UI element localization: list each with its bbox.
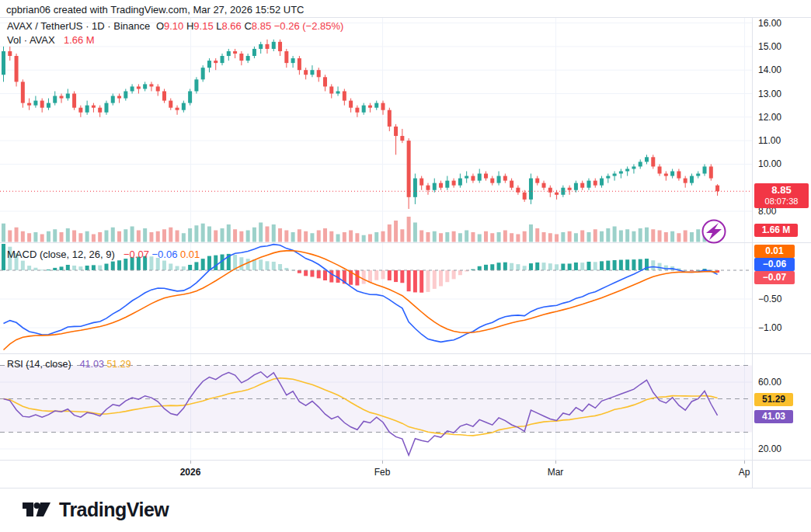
macd-hist-value: −0.07 xyxy=(124,249,149,260)
volume-legend[interactable]: Vol · AVAX 1.66 M xyxy=(7,34,95,46)
macd-hist-badge: −0.07 xyxy=(754,271,795,284)
macd-line-value: −0.06 xyxy=(152,249,178,260)
volume-value: 1.66 M xyxy=(64,34,95,46)
rsi-axis-tick: 20.00 xyxy=(758,443,781,454)
macd-legend[interactable]: MACD (close, 12, 26, 9) −0.07 −0.06 0.01 xyxy=(7,249,200,260)
rsi-ma-badge: 51.29 xyxy=(754,393,793,406)
last-price-value: 8.85 xyxy=(758,184,805,196)
macd-signal-value: 0.01 xyxy=(180,249,200,260)
rsi-badge: 41.03 xyxy=(754,410,793,423)
rsi-title[interactable]: RSI (14, close) xyxy=(7,359,71,370)
ohlc-high: H9.15 xyxy=(186,20,214,32)
macd-signal-badge: 0.01 xyxy=(754,245,795,258)
price-axis-tick: 15.00 xyxy=(758,41,781,52)
bar-countdown: 08:07:38 xyxy=(758,196,805,207)
price-axis-tick: 11.00 xyxy=(758,135,781,146)
price-axis-tick: 13.00 xyxy=(758,89,781,99)
time-axis-label: Mar xyxy=(548,467,564,478)
symbol-legend[interactable]: AVAX / TetherUS · 1D · Binance O9.10 H9.… xyxy=(7,20,343,32)
time-axis-label: Feb xyxy=(374,467,391,478)
price-axis-tick: 16.00 xyxy=(758,18,781,29)
tradingview-logo[interactable]: TradingView xyxy=(22,497,169,522)
rsi-value: 41.03 xyxy=(80,359,104,370)
macd-axis-tick: −0.50 xyxy=(758,294,782,304)
last-price-badge: 8.85 08:07:38 xyxy=(754,183,809,208)
candles xyxy=(2,40,719,209)
ohlc-open: O9.10 xyxy=(156,20,183,32)
macd-axis-tick: −1.00 xyxy=(758,322,782,333)
time-axis-label: Ap xyxy=(739,467,750,478)
change-value: −0.26 (−2.85%) xyxy=(274,20,344,32)
boost-icon[interactable] xyxy=(703,221,726,243)
time-axis-label: 2026 xyxy=(180,467,201,478)
rsi-axis-tick: 60.00 xyxy=(758,377,781,388)
chart-canvas[interactable]: 16.0015.0014.0013.0012.0011.0010.008.00−… xyxy=(0,0,811,491)
tradingview-logo-mark xyxy=(22,497,51,522)
ohlc-low: L8.66 xyxy=(216,20,242,32)
volume-badge: 1.66 M xyxy=(754,224,798,237)
rsi-legend[interactable]: RSI (14, close) 41.03 51.29 xyxy=(7,359,131,370)
ohlc-close: C8.85 xyxy=(244,20,271,32)
price-axis-tick: 14.00 xyxy=(758,64,781,75)
chart-page: cpbrian06 created with TradingView.com, … xyxy=(0,0,811,532)
macd-title[interactable]: MACD (close, 12, 26, 9) xyxy=(7,249,115,260)
symbol-title[interactable]: AVAX / TetherUS · 1D · Binance xyxy=(7,20,150,32)
volume-title[interactable]: Vol · AVAX xyxy=(7,34,55,46)
macd-line-badge: −0.06 xyxy=(754,258,795,271)
price-axis-tick: 10.00 xyxy=(758,158,781,169)
volume-bars xyxy=(2,217,719,242)
price-axis-tick: 12.00 xyxy=(758,112,781,123)
rsi-ma-value: 51.29 xyxy=(106,359,131,370)
tradingview-logo-text: TradingView xyxy=(59,499,169,521)
